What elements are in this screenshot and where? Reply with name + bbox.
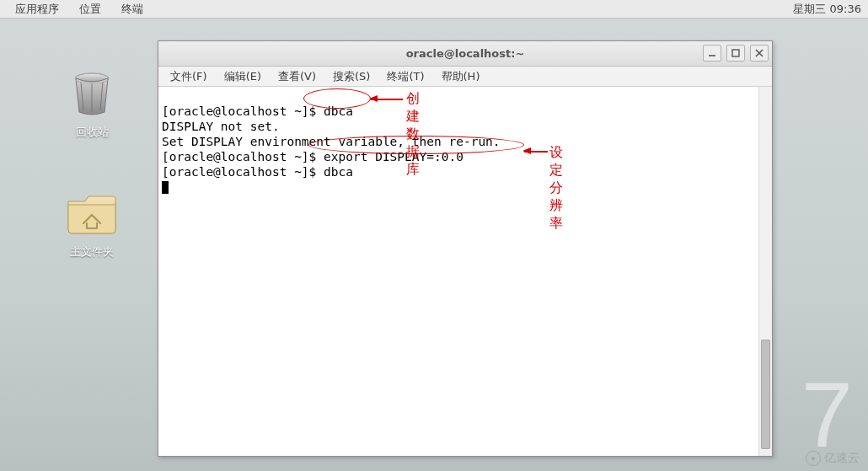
scrollbar-thumb[interactable] (761, 340, 770, 449)
watermark-text: 亿速云 (824, 451, 860, 466)
minimize-button[interactable] (703, 45, 721, 62)
trash-icon (65, 67, 119, 121)
panel-menu-places[interactable]: 位置 (69, 0, 111, 19)
panel-menu-terminal[interactable]: 终端 (111, 0, 153, 19)
terminal-line: [oracle@localhost ~]$ dbca (162, 104, 353, 118)
menu-search[interactable]: 搜索(S) (324, 67, 378, 86)
desktop-icon-label: 主文件夹 (54, 244, 130, 260)
terminal-output: [oracle@localhost ~]$ dbca DISPLAY not s… (162, 88, 757, 195)
panel-menu-apps[interactable]: 应用程序 (5, 0, 69, 19)
terminal-line: [oracle@localhost ~]$ export DISPLAY=:0.… (162, 150, 463, 163)
panel-clock: 星期三 09:36 (793, 2, 868, 17)
desktop-icon-home[interactable]: 主文件夹 (54, 187, 130, 260)
menu-view[interactable]: 查看(V) (270, 67, 324, 86)
menu-help[interactable]: 帮助(H) (433, 67, 489, 86)
watermark-icon: ✦ (806, 451, 821, 466)
terminal-line: DISPLAY not set. (162, 120, 280, 133)
terminal-line: Set DISPLAY environment variable, then r… (162, 135, 501, 148)
maximize-button[interactable] (726, 45, 745, 62)
terminal-line: [oracle@localhost ~]$ dbca (162, 165, 353, 179)
wallpaper-number: 7 (801, 368, 853, 461)
terminal-cursor (162, 181, 169, 194)
terminal-body[interactable]: [oracle@localhost ~]$ dbca DISPLAY not s… (158, 87, 772, 456)
watermark: ✦ 亿速云 (806, 451, 860, 466)
desktop-icon-label: 回收站 (54, 125, 130, 140)
menu-file[interactable]: 文件(F) (162, 67, 216, 86)
top-panel: 应用程序 位置 终端 星期三 09:36 (0, 0, 868, 19)
svg-rect-3 (732, 50, 739, 56)
close-button[interactable] (750, 45, 769, 62)
menu-terminal[interactable]: 终端(T) (378, 67, 432, 86)
folder-home-icon (65, 187, 119, 241)
terminal-window: oracle@localhost:~ 文件(F) 编辑(E) 查看(V) 搜索(… (158, 40, 773, 457)
window-controls (703, 45, 769, 62)
scrollbar[interactable] (758, 87, 772, 456)
desktop-icon-trash[interactable]: 回收站 (54, 67, 130, 140)
panel-menus: 应用程序 位置 终端 (0, 0, 153, 19)
window-title: oracle@localhost:~ (158, 47, 772, 60)
window-titlebar[interactable]: oracle@localhost:~ (158, 41, 772, 67)
menubar: 文件(F) 编辑(E) 查看(V) 搜索(S) 终端(T) 帮助(H) (158, 67, 772, 87)
menu-edit[interactable]: 编辑(E) (216, 67, 270, 86)
